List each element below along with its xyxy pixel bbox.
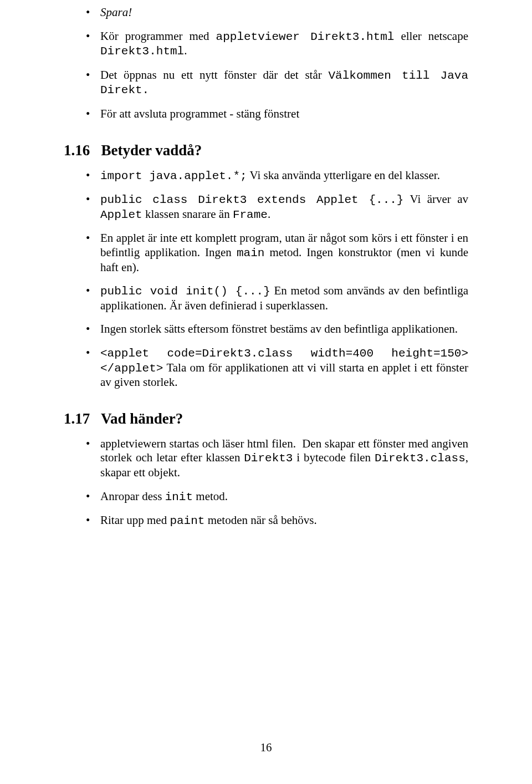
list-item: public void init() {...} En metod som an… [86,284,468,313]
section-number: 1.16 [64,142,90,159]
bullet-list-2: import java.applet.*; Vi ska använda ytt… [86,169,468,390]
list-item: Anropar dess init metod. [86,490,468,505]
list-item: Spara! [86,6,468,20]
page-number: 16 [0,741,532,755]
list-item: En applet är inte ett komplett program, … [86,231,468,274]
list-item: Ritar upp med paint metoden när så behöv… [86,513,468,528]
list-item: appletviewern startas och läser html fil… [86,437,468,480]
page: Spara! Kör programmer med appletviewer D… [0,0,532,784]
section-heading-1-16: 1.16 Betyder vaddå? [64,141,468,160]
bullet-list-1: Spara! Kör programmer med appletviewer D… [86,6,468,121]
list-item: För att avsluta programmet - stäng fönst… [86,107,468,121]
bullet-list-3: appletviewern startas och läser html fil… [86,437,468,528]
list-item: Kör programmer med appletviewer Direkt3.… [86,29,468,59]
section-number: 1.17 [64,410,90,427]
section-heading-1-17: 1.17 Vad händer? [64,410,468,428]
list-item: <applet code=Direkt3.class width=400 hei… [86,346,468,390]
section-title: Vad händer? [101,410,183,427]
list-item: Ingen storlek sätts eftersom fönstret be… [86,322,468,337]
list-item: public class Direkt3 extends Applet {...… [86,192,468,222]
section-title: Betyder vaddå? [101,142,202,159]
list-item: import java.applet.*; Vi ska använda ytt… [86,169,468,184]
list-item: Det öppnas nu ett nytt fönster där det s… [86,68,468,98]
